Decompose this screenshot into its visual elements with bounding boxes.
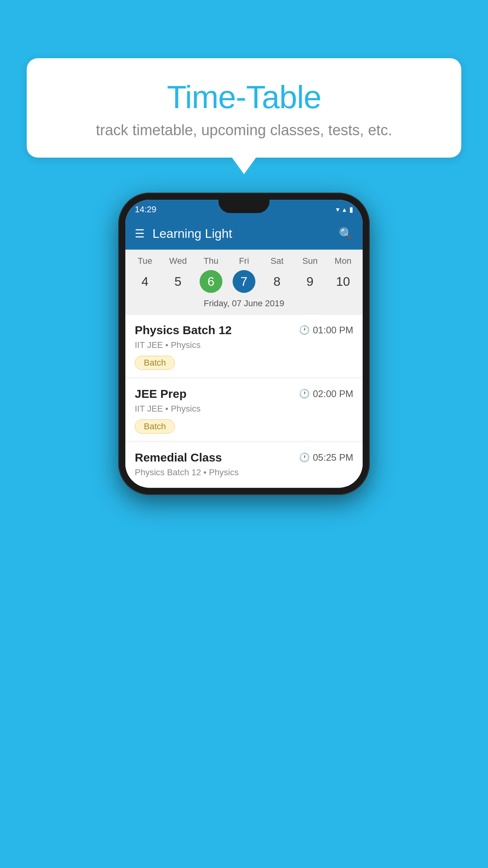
clock-icon-1: 🕐	[299, 325, 310, 335]
speech-bubble: Time-Table track timetable, upcoming cla…	[27, 58, 461, 158]
app-title: Learning Light	[152, 226, 339, 241]
class-subject-3: Physics Batch 12 • Physics	[135, 467, 353, 478]
phone-notch	[218, 200, 270, 213]
day-name-fri: Fri	[239, 256, 249, 266]
class-item-top-3: Remedial Class 🕐 05:25 PM	[135, 451, 353, 464]
day-name-sun: Sun	[302, 256, 317, 266]
day-num-tue: 4	[134, 270, 156, 293]
class-time-val-2: 02:00 PM	[313, 388, 353, 399]
day-col-mon[interactable]: Mon 10	[328, 256, 358, 293]
day-num-sun: 9	[299, 270, 321, 293]
day-col-sun[interactable]: Sun 9	[295, 256, 325, 293]
day-num-thu: 6	[200, 270, 222, 293]
wifi-icon: ▾	[336, 205, 339, 214]
app-header: ☰ Learning Light 🔍	[125, 218, 363, 250]
status-time: 14:29	[135, 204, 156, 215]
class-time-3: 🕐 05:25 PM	[299, 452, 353, 463]
class-name-2: JEE Prep	[135, 387, 187, 401]
battery-icon: ▮	[349, 205, 353, 214]
clock-icon-2: 🕐	[299, 389, 310, 399]
class-time-1: 🕐 01:00 PM	[299, 325, 353, 336]
class-name-1: Physics Batch 12	[135, 324, 232, 337]
day-name-sat: Sat	[270, 256, 283, 266]
day-name-thu: Thu	[204, 256, 218, 266]
phone-mockup: 14:29 ▾ ▴ ▮ ☰ Learning Light 🔍 Tue	[118, 193, 370, 495]
day-num-fri: 7	[233, 270, 255, 293]
class-list: Physics Batch 12 🕐 01:00 PM IIT JEE • Ph…	[125, 315, 363, 486]
selected-date-label: Friday, 07 June 2019	[125, 293, 363, 315]
day-name-tue: Tue	[138, 256, 152, 266]
class-subject-1: IIT JEE • Physics	[135, 340, 353, 350]
calendar-strip: Tue 4 Wed 5 Thu 6 Fri 7	[125, 250, 363, 315]
status-bar: 14:29 ▾ ▴ ▮	[125, 200, 363, 218]
class-item-top-1: Physics Batch 12 🕐 01:00 PM	[135, 324, 353, 337]
day-num-sat: 8	[266, 270, 288, 293]
speech-bubble-container: Time-Table track timetable, upcoming cla…	[27, 58, 461, 158]
day-num-wed: 5	[167, 270, 189, 293]
bubble-title: Time-Table	[50, 79, 438, 116]
day-col-tue[interactable]: Tue 4	[130, 256, 160, 293]
class-time-val-3: 05:25 PM	[313, 452, 353, 463]
day-col-sat[interactable]: Sat 8	[262, 256, 292, 293]
signal-icon: ▴	[343, 205, 346, 214]
day-col-wed[interactable]: Wed 5	[163, 256, 193, 293]
clock-icon-3: 🕐	[299, 452, 310, 463]
class-name-3: Remedial Class	[135, 451, 222, 464]
class-time-val-1: 01:00 PM	[313, 325, 353, 336]
phone-outer-frame: 14:29 ▾ ▴ ▮ ☰ Learning Light 🔍 Tue	[118, 193, 370, 495]
class-item-2[interactable]: JEE Prep 🕐 02:00 PM IIT JEE • Physics Ba…	[125, 379, 363, 441]
hamburger-icon[interactable]: ☰	[135, 227, 145, 240]
day-num-mon: 10	[332, 270, 354, 293]
class-item-top-2: JEE Prep 🕐 02:00 PM	[135, 387, 353, 401]
day-col-fri[interactable]: Fri 7	[229, 256, 259, 293]
days-row: Tue 4 Wed 5 Thu 6 Fri 7	[125, 256, 363, 293]
day-col-thu[interactable]: Thu 6	[196, 256, 226, 293]
class-item-1[interactable]: Physics Batch 12 🕐 01:00 PM IIT JEE • Ph…	[125, 315, 363, 377]
phone-screen: 14:29 ▾ ▴ ▮ ☰ Learning Light 🔍 Tue	[125, 200, 363, 488]
day-name-wed: Wed	[169, 256, 187, 266]
search-icon[interactable]: 🔍	[339, 227, 353, 241]
day-name-mon: Mon	[335, 256, 352, 266]
batch-badge-2: Batch	[135, 419, 175, 434]
class-subject-2: IIT JEE • Physics	[135, 404, 353, 414]
batch-badge-1: Batch	[135, 356, 175, 370]
bubble-subtitle: track timetable, upcoming classes, tests…	[50, 122, 438, 139]
status-icons: ▾ ▴ ▮	[336, 205, 353, 214]
class-time-2: 🕐 02:00 PM	[299, 388, 353, 399]
class-item-3[interactable]: Remedial Class 🕐 05:25 PM Physics Batch …	[125, 442, 363, 486]
